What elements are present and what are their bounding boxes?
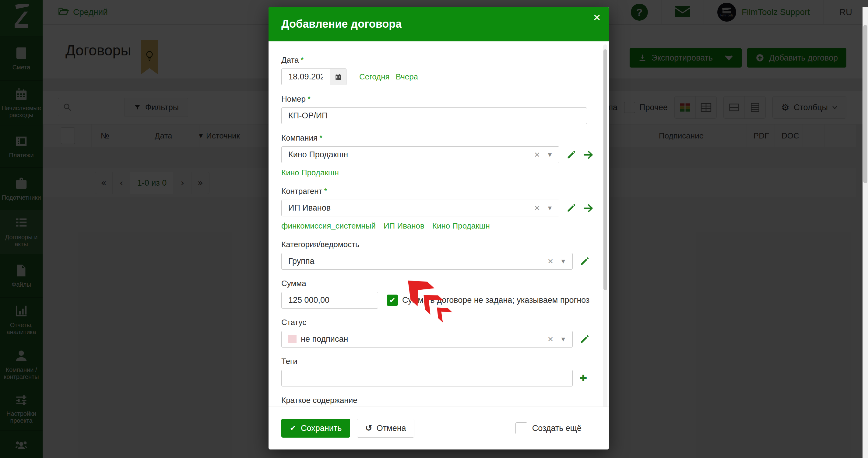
viewport-scrollbar[interactable]	[863, 7, 868, 458]
company-select[interactable]: Кино Продакшн ✕ ▼	[281, 146, 559, 163]
category-field-group: Категория/ведомость Группа ✕ ▼	[281, 240, 601, 270]
undo-icon: ↺	[365, 424, 372, 432]
status-select[interactable]: не подписан ✕ ▼	[281, 331, 573, 348]
cancel-button[interactable]: ↺ Отмена	[357, 419, 414, 437]
calendar-icon	[334, 73, 342, 81]
number-field-group: Номер*	[281, 94, 601, 124]
pencil-icon	[579, 334, 590, 345]
amount-field-group: Сумма ✔ Сумма в договоре не задана; указ…	[281, 279, 601, 308]
pencil-icon	[579, 256, 590, 267]
counterparty-suggestion-link[interactable]: ИП Иванов	[383, 221, 425, 231]
check-icon: ✔	[389, 297, 395, 304]
company-suggestion-link[interactable]: Кино Продакшн	[281, 168, 339, 177]
yesterday-link[interactable]: Вчера	[396, 72, 418, 81]
goto-counterparty-button[interactable]	[583, 203, 593, 213]
counterparty-select[interactable]: ИП Иванов ✕ ▼	[281, 200, 559, 216]
check-icon: ✔	[290, 425, 296, 432]
counterparty-select-value: ИП Иванов	[288, 203, 331, 213]
category-select[interactable]: Группа ✕ ▼	[281, 253, 573, 270]
status-color-swatch	[288, 335, 297, 343]
edit-status-button[interactable]	[579, 334, 590, 345]
required-mark: *	[308, 94, 311, 103]
modal-footer: ✔ Сохранить ↺ Отмена Создать ещё	[269, 406, 609, 450]
summary-field-group: Краткое содержание	[281, 396, 601, 407]
chevron-down-icon[interactable]: ▼	[561, 337, 565, 342]
create-more-label[interactable]: Создать ещё	[532, 424, 582, 433]
clear-icon[interactable]: ✕	[548, 258, 554, 265]
create-more-checkbox[interactable]	[516, 422, 527, 434]
chevron-down-icon[interactable]: ▼	[561, 259, 565, 264]
company-field-group: Компания* Кино Продакшн ✕ ▼	[281, 133, 601, 177]
chevron-down-icon[interactable]: ▼	[548, 153, 552, 157]
save-button[interactable]: ✔ Сохранить	[281, 419, 350, 437]
save-label: Сохранить	[301, 424, 342, 433]
required-mark: *	[324, 187, 327, 196]
clear-icon[interactable]: ✕	[534, 204, 540, 212]
modal-scrollbar[interactable]	[603, 44, 608, 408]
add-tag-button[interactable]: ✚	[579, 374, 587, 383]
close-icon[interactable]: ✕	[593, 13, 601, 23]
tags-input[interactable]	[281, 370, 573, 387]
chevron-down-icon[interactable]: ▼	[548, 206, 552, 210]
forecast-checkbox[interactable]: ✔	[386, 295, 398, 306]
clear-icon[interactable]: ✕	[548, 336, 554, 343]
counterparty-field-group: Контрагент* ИП Иванов ✕ ▼	[281, 187, 601, 231]
add-contract-modal: Добавление договора ✕ Дата* Сего	[269, 7, 609, 450]
tags-field-group: Теги ✚	[281, 357, 601, 387]
amount-input[interactable]	[281, 292, 378, 308]
counterparty-suggestion-link[interactable]: Кино Продакшн	[432, 221, 490, 231]
category-label: Категория/ведомость	[281, 240, 601, 249]
edit-category-button[interactable]	[579, 256, 590, 267]
pencil-icon	[566, 150, 576, 160]
date-input[interactable]	[281, 68, 330, 85]
modal-body: Дата* Сегодня Вчера	[269, 41, 601, 407]
goto-company-button[interactable]	[583, 150, 593, 160]
number-input[interactable]	[281, 107, 587, 124]
forecast-checkbox-label[interactable]: Сумма в договоре не задана; указываем пр…	[402, 295, 589, 305]
plus-icon: ✚	[579, 374, 587, 383]
edit-company-button[interactable]	[566, 150, 576, 160]
counterparty-label: Контрагент*	[281, 187, 601, 196]
modal-title: Добавление договора	[281, 18, 402, 30]
status-field-group: Статус не подписан ✕ ▼	[281, 318, 601, 348]
modal-header: Добавление договора ✕	[269, 7, 609, 41]
status-select-value: не подписан	[301, 334, 348, 344]
calendar-button[interactable]	[330, 68, 346, 85]
arrow-right-icon	[583, 203, 593, 213]
clear-icon[interactable]: ✕	[534, 151, 540, 159]
company-select-value: Кино Продакшн	[288, 150, 348, 160]
company-label: Компания*	[281, 133, 601, 143]
counterparty-suggestion-link[interactable]: финкомиссия_системный	[281, 221, 376, 231]
date-label: Дата*	[281, 55, 601, 65]
arrow-right-icon	[583, 150, 593, 160]
status-label: Статус	[281, 318, 601, 327]
app-root: Смета Начисляемые расходы Платежи Подотч…	[0, 0, 868, 458]
edit-counterparty-button[interactable]	[566, 203, 576, 213]
tags-label: Теги	[281, 357, 601, 366]
pencil-icon	[566, 203, 576, 213]
amount-label: Сумма	[281, 279, 601, 288]
required-mark: *	[301, 55, 304, 65]
date-field-group: Дата* Сегодня Вчера	[281, 55, 601, 85]
number-label: Номер*	[281, 94, 601, 104]
today-link[interactable]: Сегодня	[359, 72, 390, 81]
category-select-value: Группа	[288, 257, 314, 266]
cancel-label: Отмена	[377, 424, 406, 433]
summary-label: Краткое содержание	[281, 396, 601, 405]
required-mark: *	[319, 133, 322, 142]
